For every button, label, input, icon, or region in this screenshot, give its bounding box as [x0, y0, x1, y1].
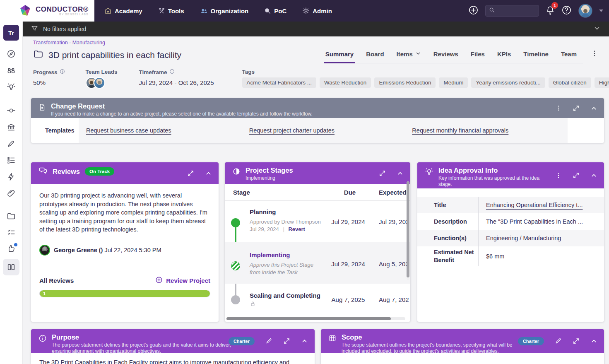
idea-title-link[interactable]: Enhancing Operational Efficiency t... [486, 202, 583, 208]
tab-reviews[interactable]: Reviews [433, 51, 458, 58]
workspace-button[interactable]: Tr [3, 25, 19, 41]
team-lead-avatar[interactable] [94, 77, 105, 89]
project-stages-title: Project Stages [246, 166, 293, 175]
nav-item-admin[interactable]: Admin [302, 7, 332, 14]
change-request-title: Change Request [51, 102, 313, 111]
scope-card: Scope The scope statement outlines the p… [321, 329, 604, 364]
tab-team[interactable]: Team [561, 51, 577, 58]
map-book-icon[interactable] [3, 259, 19, 275]
tab-summary[interactable]: Summary [325, 51, 354, 58]
tag-chip[interactable]: Yearly emissions reducti... [471, 77, 545, 88]
info-row-title: Title Enhancing Operational Efficiency t… [417, 197, 604, 213]
expand-icon[interactable] [187, 170, 194, 177]
stage-row-implementing[interactable]: Implementing Approve this Project Stage … [225, 242, 410, 284]
brand-subtitle: BY SENSEI LABS [36, 13, 89, 16]
timeframe-block: Timeframe Jul 29, 2024 - Oct 26, 2025 [139, 69, 214, 89]
breadcrumb[interactable]: Transformation - Manufacturing [33, 40, 105, 46]
commit-target-icon[interactable] [7, 106, 16, 115]
expand-icon[interactable] [573, 172, 580, 179]
paperclip-icon[interactable] [7, 189, 16, 198]
template-link-business-case[interactable]: Request business case updates [86, 127, 171, 134]
main-content: Transformation - Manufacturing 3D print … [23, 36, 609, 364]
scope-subtitle: The scope statement outlines the project… [342, 342, 524, 354]
edit-pencil-icon[interactable] [555, 337, 562, 345]
user-avatar[interactable] [578, 4, 592, 18]
tag-chip[interactable]: Emissions Reduction [374, 77, 436, 88]
tag-chip[interactable]: Global citizen [549, 77, 591, 88]
filter-bar-expand-chevron[interactable] [593, 24, 601, 34]
pen-icon[interactable] [7, 139, 16, 148]
compass-icon[interactable] [7, 49, 16, 58]
collapse-chevron-icon[interactable] [590, 337, 597, 345]
template-link-financial-approvals[interactable]: Request monthly financial approvals [412, 127, 508, 134]
tab-kpis[interactable]: KPIs [497, 51, 511, 58]
review-project-button[interactable]: Review Project [155, 276, 210, 285]
academy-building-icon [104, 7, 112, 14]
progress-block: Progress 50% [33, 69, 65, 89]
info-icon[interactable] [169, 69, 175, 75]
nav-item-tools[interactable]: Tools [158, 7, 184, 14]
document-icon [39, 103, 46, 113]
reviews-distribution-bar: 1 [39, 290, 210, 297]
change-request-subtitle: If you need to make a change to an activ… [51, 111, 313, 117]
edit-pencil-icon[interactable] [265, 337, 272, 345]
expand-icon[interactable] [573, 337, 580, 345]
ordered-list-icon[interactable] [7, 156, 16, 165]
tab-board[interactable]: Board [366, 51, 384, 58]
project-stages-card: Project Stages Implementing Stage Due Ex… [225, 162, 410, 322]
collapse-chevron-icon[interactable] [397, 170, 404, 177]
horizontal-scrollbar[interactable] [226, 317, 405, 320]
help-button[interactable] [561, 5, 572, 17]
binoculars-icon[interactable] [7, 66, 16, 75]
tab-items[interactable]: Items [397, 51, 421, 58]
expand-icon[interactable] [379, 170, 386, 177]
collapse-chevron-icon[interactable] [301, 337, 308, 345]
profile-caret-icon[interactable] [599, 10, 603, 12]
tag-chip[interactable]: Medium [439, 77, 468, 88]
revert-stage-button[interactable]: Revert [288, 226, 305, 232]
stage-row-planning[interactable]: Planning Approved by Drew Thompson Jul 2… [225, 201, 410, 242]
templates-label: Templates [31, 118, 79, 143]
notification-count-badge: 1 [551, 2, 558, 9]
expand-icon[interactable] [573, 105, 580, 112]
stage-row-scaling-completing[interactable]: Scaling and Completing Aug 7, 2025 Aug 7… [225, 284, 410, 315]
checklist-icon[interactable] [7, 228, 16, 237]
lightning-icon[interactable] [7, 172, 16, 181]
thumbs-up-icon[interactable] [7, 244, 16, 253]
search-icon [489, 7, 495, 14]
notifications-button[interactable]: 1 [546, 5, 555, 17]
search-input[interactable] [497, 8, 534, 14]
nav-item-organization[interactable]: Organization [200, 7, 249, 15]
tag-chip[interactable]: Waste Reduction [320, 77, 371, 88]
kebab-menu-icon[interactable] [555, 105, 562, 111]
create-new-button[interactable] [468, 5, 479, 17]
collapse-chevron-icon[interactable] [205, 170, 212, 177]
collapse-chevron-icon[interactable] [590, 105, 597, 112]
global-search[interactable] [485, 5, 539, 17]
vertical-scrollbar[interactable] [407, 181, 409, 280]
info-row-functions: Function(s) Engineering / Manufacturing [417, 230, 604, 246]
brand-logo[interactable]: CONDUCTOR® BY SENSEI LABS [0, 0, 94, 22]
all-reviews-label: All Reviews [39, 277, 74, 284]
nav-item-academy[interactable]: Academy [104, 7, 142, 14]
idea-lightbulb-icon[interactable] [7, 82, 16, 92]
tab-timeline[interactable]: Timeline [523, 51, 549, 58]
template-link-project-charter[interactable]: Request project charter updates [249, 127, 335, 134]
bank-icon[interactable] [7, 123, 16, 132]
purpose-body-text: The 3D Print Capabilities in Each Facili… [31, 353, 315, 364]
charter-badge: Charter [229, 337, 255, 345]
info-row-estimated-net-benefit: Estimated Net Benefit $6 mm [417, 246, 604, 266]
kebab-menu-icon[interactable] [555, 172, 562, 179]
tab-files[interactable]: Files [471, 51, 485, 58]
info-row-description: Description The "3D Print Capabilities i… [417, 213, 604, 230]
info-icon[interactable] [60, 69, 65, 75]
collapse-chevron-icon[interactable] [590, 172, 597, 179]
idea-approval-subtitle: Key information that was approved at the… [438, 175, 544, 188]
tag-chip[interactable]: High [595, 77, 609, 88]
nav-item-poc[interactable]: PoC [264, 7, 286, 14]
expand-icon[interactable] [283, 337, 290, 345]
tag-chip[interactable]: Acme Metal Fabricators ... [242, 77, 317, 88]
tab-overflow-kebab-icon[interactable] [591, 50, 598, 59]
reviewer-avatar[interactable] [39, 245, 50, 256]
folder-icon[interactable] [7, 212, 16, 221]
